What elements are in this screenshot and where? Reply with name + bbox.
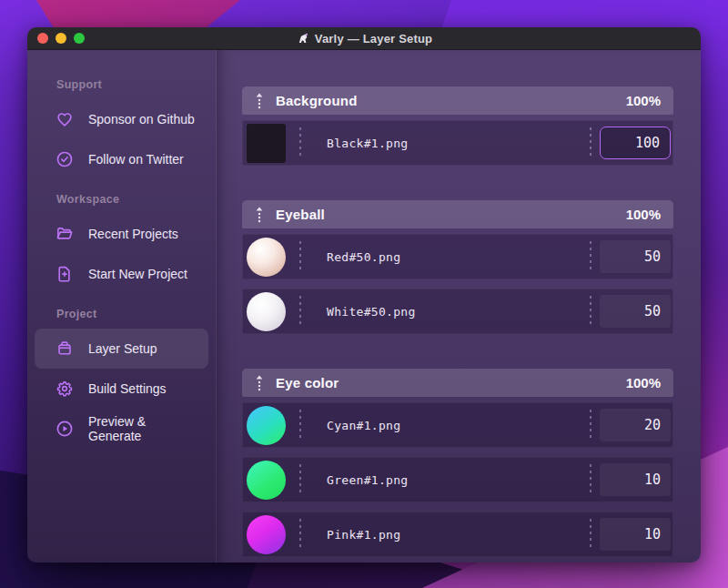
layer-row-white-50-png[interactable]: White#50.png — [242, 289, 673, 334]
divider — [590, 519, 592, 550]
layer-group-weight: 100% — [626, 375, 661, 390]
folder-icon — [55, 224, 75, 244]
play-circle-icon — [55, 419, 75, 439]
divider — [299, 296, 301, 327]
sidebar-item-label: Recent Projects — [88, 227, 178, 241]
layer-filename: Green#1.png — [327, 473, 408, 487]
divider — [590, 410, 592, 441]
layer-row-black-1-png[interactable]: Black#1.png — [242, 120, 673, 166]
zoom-button[interactable] — [74, 33, 85, 44]
layer-group-header[interactable]: Background 100% — [242, 86, 673, 115]
window-content: Support Sponsor on Github Follow on Twit… — [27, 50, 701, 563]
layer-filename: White#50.png — [327, 305, 416, 319]
layer-row-pink-1-png[interactable]: Pink#1.png — [242, 512, 673, 557]
sidebar-item-layer-setup[interactable]: Layer Setup — [35, 329, 208, 369]
sidebar-item-follow-on-twitter[interactable]: Follow on Twitter — [35, 139, 208, 179]
divider — [299, 241, 301, 272]
layer-group-weight: 100% — [626, 207, 661, 222]
sidebar-section-project: Project Layer Setup Build Settings Previ… — [27, 307, 216, 449]
divider — [590, 296, 592, 327]
layer-group-eyeball: Eyeball 100% Red#50.png White#50.png — [242, 200, 673, 334]
layer-group-title: Eyeball — [276, 207, 325, 222]
sidebar-item-preview-generate[interactable]: Preview & Generate — [35, 409, 208, 449]
layer-weight-input[interactable] — [600, 463, 671, 496]
layer-weight-input[interactable] — [600, 518, 671, 551]
layer-weight-input[interactable] — [600, 127, 671, 159]
layer-group-weight: 100% — [626, 93, 661, 108]
layer-group-title: Background — [276, 93, 358, 108]
layer-setup-panel: Background 100% Black#1.png Eyeball 100%… — [217, 50, 701, 563]
window-title-text: Varly — Layer Setup — [315, 32, 433, 46]
sidebar-item-label: Follow on Twitter — [88, 152, 184, 167]
sidebar-item-recent-projects[interactable]: Recent Projects — [35, 214, 208, 254]
layer-filename: Red#50.png — [327, 250, 400, 264]
sidebar-section-support: Support Sponsor on Github Follow on Twit… — [27, 77, 216, 179]
gear-icon — [55, 379, 75, 399]
file-plus-icon — [55, 264, 75, 284]
divider — [590, 241, 592, 272]
layer-weight-input[interactable] — [600, 295, 671, 328]
divider — [299, 127, 301, 158]
sidebar-item-label: Sponsor on Github — [88, 112, 195, 127]
sidebar-item-sponsor-on-github[interactable]: Sponsor on Github — [35, 99, 208, 139]
minimize-button[interactable] — [56, 33, 66, 44]
layer-row-green-1-png[interactable]: Green#1.png — [242, 457, 673, 502]
heart-icon — [55, 109, 75, 129]
black-square-thumbnail — [247, 124, 286, 163]
layer-weight-input[interactable] — [600, 240, 671, 273]
layer-group-title: Eye color — [276, 375, 339, 390]
layer-group-eye-color: Eye color 100% Cyan#1.png Green#1.png Pi… — [242, 369, 673, 557]
sidebar-section-label: Workspace — [56, 192, 216, 207]
unicorn-icon — [296, 32, 309, 46]
divider — [299, 519, 301, 550]
drag-handle-icon[interactable] — [253, 374, 266, 392]
layer-filename: Cyan#1.png — [327, 419, 400, 432]
layer-weight-input[interactable] — [600, 409, 671, 441]
cyan-circle-thumbnail — [247, 406, 286, 445]
red-sphere-thumbnail — [247, 238, 286, 277]
close-button[interactable] — [37, 33, 48, 44]
sidebar-section-workspace: Workspace Recent Projects Start New Proj… — [27, 192, 216, 294]
sidebar-item-label: Start New Project — [88, 267, 187, 281]
green-circle-thumbnail — [247, 461, 286, 500]
layer-row-cyan-1-png[interactable]: Cyan#1.png — [242, 402, 673, 448]
sidebar: Support Sponsor on Github Follow on Twit… — [27, 50, 217, 563]
sidebar-section-label: Project — [56, 307, 216, 321]
app-window: Varly — Layer Setup Support Sponsor on G… — [27, 27, 701, 563]
magenta-circle-thumbnail — [247, 515, 286, 554]
divider — [299, 410, 301, 441]
drag-handle-icon[interactable] — [253, 206, 266, 224]
layer-filename: Pink#1.png — [327, 528, 400, 542]
sidebar-item-label: Preview & Generate — [88, 414, 197, 443]
divider — [299, 464, 301, 495]
sidebar-item-build-settings[interactable]: Build Settings — [35, 369, 208, 409]
sidebar-section-label: Support — [56, 77, 216, 92]
layer-filename: Black#1.png — [327, 137, 408, 150]
window-title: Varly — Layer Setup — [27, 32, 701, 46]
layer-group-header[interactable]: Eye color 100% — [242, 369, 673, 397]
sidebar-item-label: Build Settings — [88, 381, 167, 396]
sidebar-item-start-new-project[interactable]: Start New Project — [35, 254, 208, 294]
sidebar-item-label: Layer Setup — [88, 341, 157, 356]
white-sphere-thumbnail — [247, 292, 286, 331]
layer-group-header[interactable]: Eyeball 100% — [242, 200, 673, 228]
badge-check-icon — [55, 149, 75, 169]
layer-group-background: Background 100% Black#1.png — [242, 86, 673, 166]
divider — [590, 127, 592, 158]
titlebar[interactable]: Varly — Layer Setup — [27, 27, 701, 50]
divider — [590, 464, 592, 495]
archive-icon — [55, 339, 75, 359]
drag-handle-icon[interactable] — [253, 92, 266, 110]
traffic-lights — [37, 33, 85, 44]
layer-row-red-50-png[interactable]: Red#50.png — [242, 234, 673, 279]
